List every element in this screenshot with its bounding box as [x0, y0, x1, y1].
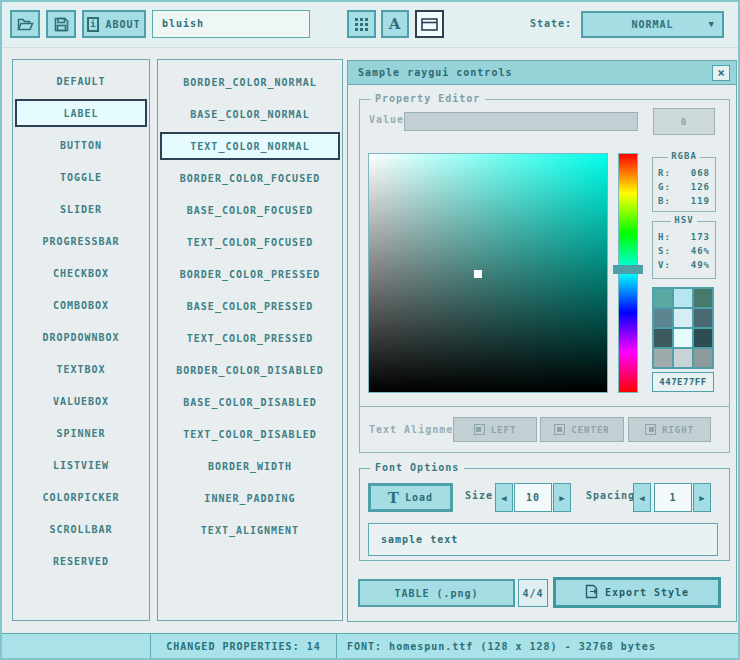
- control-item[interactable]: RESERVED: [13, 545, 149, 577]
- control-item[interactable]: CHECKBOX: [13, 257, 149, 289]
- color-swatch[interactable]: [674, 309, 692, 327]
- style-name-input[interactable]: bluish: [152, 10, 310, 38]
- property-item[interactable]: BASE_COLOR_DISABLED: [158, 386, 342, 418]
- color-swatch[interactable]: [694, 329, 712, 347]
- properties-list-panel: BORDER_COLOR_NORMAL BASE_COLOR_NORMAL TE…: [157, 59, 343, 621]
- about-button-label: ABOUT: [105, 19, 140, 30]
- property-item[interactable]: BORDER_COLOR_DISABLED: [158, 354, 342, 386]
- r-value: 068: [691, 166, 710, 180]
- close-button[interactable]: ×: [712, 65, 730, 81]
- value-button[interactable]: 0: [653, 108, 715, 135]
- color-swatch[interactable]: [654, 349, 672, 367]
- property-item[interactable]: TEXT_COLOR_DISABLED: [158, 418, 342, 450]
- control-item[interactable]: LISTVIEW: [13, 449, 149, 481]
- v-value: 49%: [691, 258, 710, 272]
- color-picker-panel[interactable]: [368, 153, 608, 393]
- rguistyler-app: i ABOUT bluish A State:: [0, 0, 740, 660]
- color-swatch[interactable]: [654, 309, 672, 327]
- property-item[interactable]: BORDER_WIDTH: [158, 450, 342, 482]
- spacing-increase-button[interactable]: ▶: [693, 483, 711, 512]
- export-format-counter[interactable]: 4/4: [518, 579, 548, 607]
- value-slider[interactable]: [404, 112, 638, 131]
- color-swatch[interactable]: [674, 329, 692, 347]
- property-item[interactable]: TEXT_COLOR_PRESSED: [158, 322, 342, 354]
- control-item[interactable]: PROGRESSBAR: [13, 225, 149, 257]
- rgba-row-b: B: 119: [658, 194, 710, 208]
- font-info-text: FONT: homespun.ttf (128 x 128) - 32768 b…: [347, 641, 656, 652]
- style-table-view-button[interactable]: [347, 10, 376, 38]
- control-item[interactable]: VALUEBOX: [13, 385, 149, 417]
- open-file-button[interactable]: [10, 10, 40, 38]
- align-center-icon: [554, 424, 565, 435]
- property-item[interactable]: BASE_COLOR_NORMAL: [158, 98, 342, 130]
- color-swatch[interactable]: [694, 289, 712, 307]
- align-center-button[interactable]: CENTER: [540, 417, 624, 442]
- sample-text-input[interactable]: sample text: [368, 523, 718, 556]
- control-item[interactable]: TEXTBOX: [13, 353, 149, 385]
- color-picker-cursor[interactable]: [474, 270, 482, 278]
- control-item[interactable]: LABEL: [15, 99, 147, 127]
- color-swatch[interactable]: [694, 349, 712, 367]
- property-item[interactable]: TEXT_COLOR_FOCUSED: [158, 226, 342, 258]
- control-item[interactable]: DROPDOWNBOX: [13, 321, 149, 353]
- g-label: G:: [658, 180, 671, 194]
- align-left-icon: [474, 424, 485, 435]
- size-increase-button[interactable]: ▶: [553, 483, 571, 512]
- control-item[interactable]: COLORPICKER: [13, 481, 149, 513]
- info-icon: i: [87, 17, 99, 32]
- font-info-status: FONT: homespun.ttf (128 x 128) - 32768 b…: [337, 634, 738, 658]
- size-decrease-button[interactable]: ◀: [495, 483, 513, 512]
- save-file-button[interactable]: [46, 10, 76, 38]
- state-dropdown[interactable]: NORMAL ▼: [581, 11, 724, 38]
- window-title: Sample raygui controls: [358, 61, 512, 85]
- spacing-decrease-button[interactable]: ◀: [633, 483, 651, 512]
- hue-slider-handle[interactable]: [613, 265, 643, 274]
- control-item[interactable]: SCROLLBAR: [13, 513, 149, 545]
- align-left-button[interactable]: LEFT: [453, 417, 537, 442]
- control-item[interactable]: COMBOBOX: [13, 289, 149, 321]
- control-item[interactable]: DEFAULT: [13, 65, 149, 97]
- size-value-box[interactable]: 10: [514, 483, 552, 512]
- control-item[interactable]: SPINNER: [13, 417, 149, 449]
- state-dropdown-value: NORMAL: [583, 19, 722, 30]
- export-table-button[interactable]: TABLE (.png): [358, 579, 515, 607]
- property-item[interactable]: BORDER_COLOR_PRESSED: [158, 258, 342, 290]
- control-item[interactable]: TOGGLE: [13, 161, 149, 193]
- control-item[interactable]: BUTTON: [13, 129, 149, 161]
- property-item[interactable]: BORDER_COLOR_NORMAL: [158, 66, 342, 98]
- window-titlebar[interactable]: Sample raygui controls ×: [348, 61, 736, 85]
- rgba-row-r: R: 068: [658, 166, 710, 180]
- letter-a-icon: A: [389, 15, 402, 33]
- font-load-button[interactable]: T Load: [368, 483, 453, 512]
- property-item[interactable]: BORDER_COLOR_FOCUSED: [158, 162, 342, 194]
- color-swatch[interactable]: [674, 349, 692, 367]
- property-item[interactable]: BASE_COLOR_FOCUSED: [158, 194, 342, 226]
- hex-value-box[interactable]: 447E77FF: [652, 372, 714, 392]
- property-item[interactable]: TEXT_ALIGNMENT: [158, 514, 342, 546]
- letter-t-icon: T: [388, 489, 399, 507]
- rgba-group-label: RGBA: [668, 151, 700, 161]
- close-icon: ×: [717, 66, 724, 80]
- align-right-button[interactable]: RIGHT: [628, 417, 711, 442]
- hsv-group-label: HSV: [671, 215, 696, 225]
- property-item[interactable]: BASE_COLOR_PRESSED: [158, 290, 342, 322]
- export-style-button[interactable]: Export Style: [553, 577, 721, 608]
- changed-properties-status: CHANGED PROPERTIES: 14: [151, 634, 337, 658]
- color-swatch[interactable]: [654, 289, 672, 307]
- control-item[interactable]: SLIDER: [13, 193, 149, 225]
- hsv-row-s: S: 46%: [658, 244, 710, 258]
- color-swatch[interactable]: [694, 309, 712, 327]
- spacing-value-box[interactable]: 1: [654, 483, 692, 512]
- hsv-row-v: V: 49%: [658, 258, 710, 272]
- controls-view-button[interactable]: [415, 10, 444, 38]
- align-right-label: RIGHT: [662, 425, 694, 435]
- property-item[interactable]: TEXT_COLOR_NORMAL: [160, 132, 340, 160]
- property-item[interactable]: INNER_PADDING: [158, 482, 342, 514]
- s-value: 46%: [691, 244, 710, 258]
- about-button[interactable]: i ABOUT: [82, 10, 146, 38]
- state-label: State:: [530, 18, 572, 29]
- font-view-button[interactable]: A: [381, 10, 409, 38]
- color-swatch[interactable]: [674, 289, 692, 307]
- rgba-row-g: G: 126: [658, 180, 710, 194]
- color-swatch[interactable]: [654, 329, 672, 347]
